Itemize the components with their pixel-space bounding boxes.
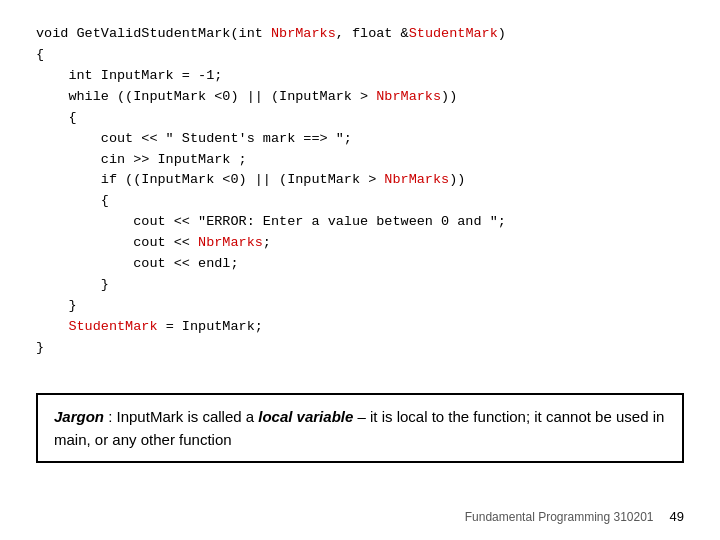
code-text-red: NbrMarks [384,172,449,187]
code-line-9: { [36,191,684,212]
code-line-14: } [36,296,684,317]
code-line-7: cin >> InputMark ; [36,150,684,171]
code-text: if ((InputMark <0) || (InputMark > [36,172,384,187]
code-line-12: cout << endl; [36,254,684,275]
jargon-prefix: Jargon [54,408,104,425]
code-text-red: NbrMarks [271,26,336,41]
code-text-red: StudentMark [409,26,498,41]
code-text: ) [498,26,506,41]
jargon-text1: : InputMark is called a [104,408,258,425]
code-line-10: cout << "ERROR: Enter a value between 0 … [36,212,684,233]
code-text-red: NbrMarks [376,89,441,104]
jargon-italic-bold: local variable [258,408,353,425]
code-text: , float & [336,26,409,41]
code-line-13: } [36,275,684,296]
code-line-8: if ((InputMark <0) || (InputMark > NbrMa… [36,170,684,191]
code-text: )) [441,89,457,104]
code-block: void GetValidStudentMark(int NbrMarks, f… [36,24,684,359]
code-text-red: StudentMark [36,319,158,334]
code-line-4: while ((InputMark <0) || (InputMark > Nb… [36,87,684,108]
code-line-6: cout << " Student's mark ==> "; [36,129,684,150]
code-text-red: NbrMarks [198,235,263,250]
code-line-11: cout << NbrMarks; [36,233,684,254]
code-line-3: int InputMark = -1; [36,66,684,87]
code-line-2: { [36,45,684,66]
code-text: )) [449,172,465,187]
code-text: = InputMark; [158,319,263,334]
code-text: ; [263,235,271,250]
code-text: cout << [36,235,198,250]
footer: Fundamental Programming 310201 49 [465,509,684,524]
slide-content: void GetValidStudentMark(int NbrMarks, f… [0,0,720,375]
jargon-box: Jargon : InputMark is called a local var… [36,393,684,464]
footer-page: 49 [670,509,684,524]
code-text: while ((InputMark <0) || (InputMark > [36,89,376,104]
code-line-16: } [36,338,684,359]
code-line-5: { [36,108,684,129]
footer-course: Fundamental Programming 310201 [465,510,654,524]
code-text: void GetValidStudentMark(int [36,26,271,41]
code-line-1: void GetValidStudentMark(int NbrMarks, f… [36,24,684,45]
code-line-15: StudentMark = InputMark; [36,317,684,338]
